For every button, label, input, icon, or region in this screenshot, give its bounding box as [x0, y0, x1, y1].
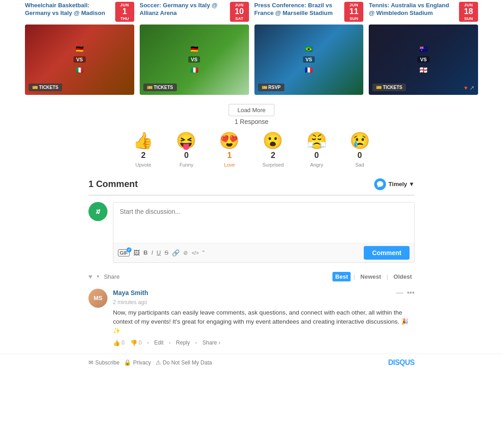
vs-text-2: VS	[188, 56, 200, 63]
event-title-3: Press Conference: Brazil vs France @ Mar…	[254, 2, 341, 17]
sort-tab-best[interactable]: Best	[332, 272, 351, 281]
bold-icon[interactable]: B	[143, 249, 147, 256]
comments-title: 1 Comment	[88, 179, 138, 189]
do-not-sell-link[interactable]: ⚠ Do Not Sell My Data	[156, 359, 212, 366]
code-icon[interactable]: </>	[191, 250, 199, 256]
comment-downvote-1[interactable]: 👎 0	[130, 340, 142, 346]
event-dow-3: SUN	[347, 16, 361, 21]
link-icon[interactable]: 🔗	[172, 249, 180, 256]
event-title-4: Tennis: Australia vs England @ Wimbledon…	[369, 2, 455, 17]
ticket-icon-2: 🎫	[147, 85, 152, 90]
warning-icon: ⚠	[156, 359, 161, 366]
event-image-1: 🇩🇪 VS 🇮🇹 🎫 TICKETS	[25, 25, 134, 95]
heart-icon-4[interactable]: ♥	[464, 84, 468, 91]
event-header-1: Wheelchair Basketball: Germany vs Italy …	[25, 0, 134, 25]
event-day-4: 18	[462, 7, 475, 16]
edit-link-1[interactable]: Edit	[154, 340, 164, 346]
italic-icon[interactable]: I	[151, 249, 153, 256]
strikethrough-icon[interactable]: S	[165, 249, 169, 256]
reaction-angry[interactable]: 😤 0 Angry	[307, 133, 327, 167]
event-header-4: Tennis: Australia vs England @ Wimbledon…	[369, 0, 478, 25]
current-user-avatar: ꝟ	[88, 202, 107, 221]
vs-text-1: VS	[73, 56, 86, 63]
downvote-val-1: 0	[139, 340, 142, 346]
share-tab-link[interactable]: Share	[104, 273, 120, 280]
upvote-label: Upvote	[136, 162, 151, 167]
like-icon[interactable]: ♥	[88, 273, 92, 280]
event-card-3: Press Conference: Brazil vs France @ Mar…	[254, 0, 364, 95]
comment-avatar-1: MS	[88, 289, 107, 308]
sort-tab-newest[interactable]: Newest	[358, 272, 384, 281]
vs-badge-2: 🇩🇪 VS 🇮🇹	[187, 44, 201, 74]
reaction-upvote[interactable]: 👍 2 Upvote	[133, 133, 153, 167]
event-title-1: Wheelchair Basketball: Germany vs Italy …	[25, 2, 112, 17]
hide-icon[interactable]: ⊘	[183, 250, 188, 256]
sad-count: 0	[357, 151, 362, 160]
chat-svg	[377, 181, 383, 187]
reaction-funny[interactable]: 😝 0 Funny	[176, 133, 196, 167]
event-title-2: Soccer: Germany vs Italy @ Allianz Arena	[140, 2, 226, 17]
comment-upvote-1[interactable]: 👍 0	[113, 340, 125, 346]
gif-badge: ✓	[127, 247, 132, 252]
surprised-emoji: 😮	[263, 133, 283, 149]
share-icon-4[interactable]: ↗	[469, 84, 474, 91]
load-more-section: Load More	[0, 104, 503, 116]
sad-emoji: 😢	[350, 133, 370, 149]
gif-icon[interactable]: GIF ✓	[118, 249, 130, 256]
team1-flag-4: 🇦🇺	[416, 44, 431, 54]
timely-sort-button[interactable]: Timely ▼	[389, 181, 415, 187]
team2-flag-2: 🇮🇹	[187, 65, 201, 74]
underline-icon[interactable]: U	[156, 249, 161, 256]
comment-input[interactable]	[113, 202, 414, 241]
reaction-love[interactable]: 😍 1 Love	[219, 133, 239, 167]
funny-count: 0	[184, 151, 189, 160]
event-date-badge-1: JUN 1 THU	[115, 2, 134, 22]
event-card-4: Tennis: Australia vs England @ Wimbledon…	[369, 0, 478, 95]
love-count: 1	[227, 151, 232, 160]
team1-flag-1: 🇩🇪	[72, 44, 87, 54]
comment-more-1[interactable]: •••	[407, 289, 415, 297]
comment-toolbar: GIF ✓ 🖼 B I U S 🔗 ⊘ </> " Comment	[113, 243, 414, 262]
event-day-3: 11	[347, 7, 361, 16]
event-date-badge-4: JUN 18 SUN	[459, 2, 478, 22]
vs-badge-4: 🇦🇺 VS 🏴󠁧󠁢󠁥󠁮󠁧󠁿	[416, 44, 431, 74]
heart-area-4: ♥ ↗	[464, 84, 474, 91]
responses-count: 1 Response	[0, 118, 503, 125]
event-day-2: 10	[233, 7, 246, 16]
ticket-btn-4[interactable]: 🎫 TICKETS	[372, 84, 406, 91]
privacy-icon: 🔒	[124, 359, 131, 366]
comment-input-area: ꝟ GIF ✓ 🖼 B I U S 🔗 ⊘ </>	[88, 202, 415, 263]
image-icon[interactable]: 🖼	[133, 249, 140, 256]
comment-item-1: MS Maya Smith — ••• 2 minutes ago Now, m…	[88, 289, 415, 346]
love-label: Love	[224, 162, 235, 167]
ticket-btn-2[interactable]: 🎫 TICKETS	[143, 84, 177, 91]
comment-submit-button[interactable]: Comment	[364, 246, 410, 260]
comments-section: 1 Comment Timely ▼ ꝟ GIF ✓	[0, 178, 503, 346]
event-dow-2: SAT	[233, 16, 246, 21]
quote-icon[interactable]: "	[202, 249, 205, 256]
subscribe-link[interactable]: ✉ Subscribe	[88, 359, 119, 366]
event-date-badge-2: JUN 10 SAT	[230, 2, 249, 22]
team1-flag-2: 🇩🇪	[187, 44, 201, 54]
do-not-sell-label: Do Not Sell My Data	[163, 359, 212, 366]
privacy-link[interactable]: 🔒 Privacy	[124, 359, 151, 366]
rsvp-btn-3[interactable]: 🎫 RSVP	[258, 84, 284, 91]
events-row: Wheelchair Basketball: Germany vs Italy …	[0, 0, 503, 95]
vs-text-3: VS	[303, 56, 315, 63]
reaction-sad[interactable]: 😢 0 Sad	[350, 133, 370, 167]
angry-count: 0	[314, 151, 319, 160]
share-link-1[interactable]: Share ›	[202, 340, 220, 346]
funny-emoji: 😝	[176, 133, 196, 149]
reply-link-1[interactable]: Reply	[176, 340, 190, 346]
event-image-2: 🇩🇪 VS 🇮🇹 🎫 TICKETS	[140, 25, 249, 95]
reaction-surprised[interactable]: 😮 2 Surprised	[262, 133, 283, 167]
disqus-logo: DISQUS	[388, 359, 415, 367]
load-more-button[interactable]: Load More	[229, 104, 274, 116]
bottom-links: ✉ Subscribe 🔒 Privacy ⚠ Do Not Sell My D…	[88, 359, 212, 366]
upvote-count: 2	[141, 151, 146, 160]
sort-tab-oldest[interactable]: Oldest	[391, 272, 415, 281]
rsvp-icon-3: 🎫	[262, 85, 267, 90]
vs-text-4: VS	[417, 56, 430, 63]
ticket-btn-1[interactable]: 🎫 TICKETS	[29, 84, 62, 91]
love-emoji: 😍	[219, 133, 239, 149]
